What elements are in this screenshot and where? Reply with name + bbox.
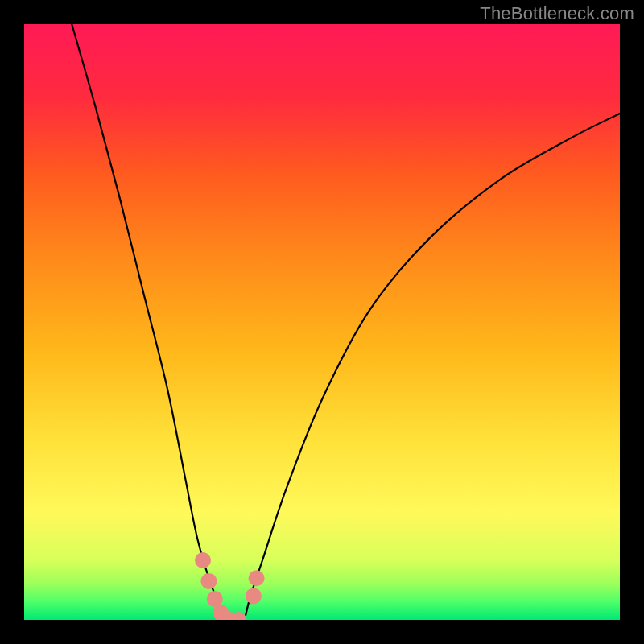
bottleneck-curve-plot <box>0 0 644 644</box>
watermark-label: TheBottleneck.com <box>480 3 634 24</box>
marker-dot <box>230 612 246 628</box>
chart-frame: TheBottleneck.com <box>0 0 644 644</box>
marker-dot <box>207 591 223 607</box>
marker-dot <box>249 570 265 586</box>
marker-dot <box>195 552 211 568</box>
marker-dot <box>200 573 217 589</box>
gradient-background <box>24 24 620 620</box>
marker-dot <box>246 588 262 604</box>
